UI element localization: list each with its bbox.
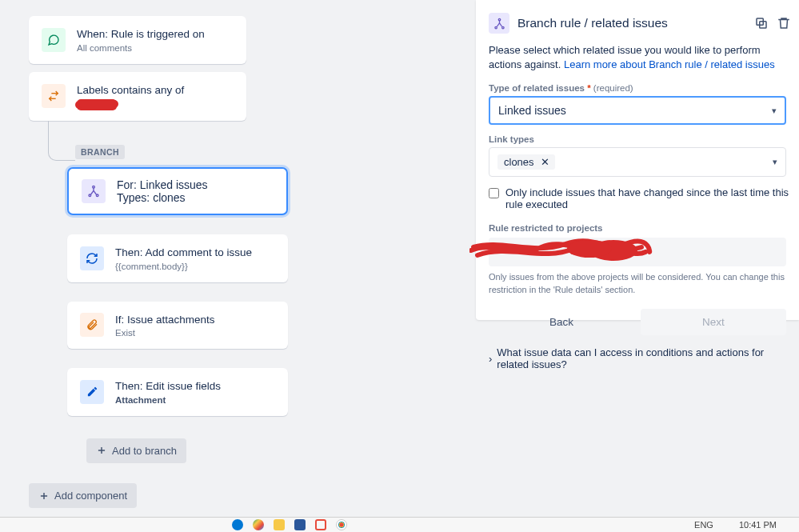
os-taskbar: ENG 10:41 PM [0, 517, 799, 532]
chevron-down-icon: ▾ [773, 157, 777, 167]
step-sub: {{comment.body}} [115, 262, 275, 271]
svg-point-2 [96, 194, 98, 197]
back-button[interactable]: Back [489, 309, 634, 335]
step-sub: Exist [115, 328, 275, 338]
refresh-icon [80, 246, 104, 270]
select-value: Linked issues [498, 104, 566, 117]
chevron-down-icon: ▾ [772, 106, 777, 116]
type-field-label: Type of related issues * (required) [489, 83, 796, 93]
only-changed-label: Only include issues that have changed si… [505, 186, 789, 210]
add-to-branch-button[interactable]: Add to branch [86, 438, 186, 463]
taskbar-apps [232, 519, 347, 530]
data-access-expander[interactable]: › What issue data can I access in condit… [489, 346, 796, 370]
branch-badge: BRANCH [75, 145, 125, 159]
step-if-attachments[interactable]: If: Issue attachments Exist [67, 302, 288, 350]
delete-icon[interactable] [777, 16, 791, 30]
add-to-branch-label: Add to branch [112, 445, 177, 457]
add-component-button[interactable]: Add component [29, 483, 137, 508]
link-types-select[interactable]: clones ✕ ▾ [489, 147, 786, 177]
expander-label: What issue data can I access in conditio… [497, 346, 796, 370]
learn-more-link[interactable]: Learn more about Branch rule / related i… [564, 58, 775, 70]
clock[interactable]: 10:41 PM [739, 520, 777, 530]
svg-point-3 [498, 18, 501, 21]
only-changed-checkbox[interactable] [489, 188, 499, 198]
condition-icon [42, 84, 66, 108]
condition-title: Labels contains any of [77, 83, 234, 98]
step-edit-fields[interactable]: Then: Edit issue fields Attachment [67, 368, 288, 416]
step-title: Then: Add comment to issue [115, 246, 275, 260]
branch-card-title: For: Linked issues [117, 178, 208, 191]
condition-card[interactable]: Labels contains any of [29, 72, 246, 122]
attachment-icon [80, 313, 104, 337]
svg-point-0 [93, 186, 95, 188]
type-of-related-issues-select[interactable]: Linked issues ▾ [489, 96, 786, 125]
trigger-sub: All comments [77, 43, 234, 53]
svg-point-1 [89, 194, 91, 197]
pencil-icon [80, 380, 104, 404]
chip-remove-icon[interactable]: ✕ [537, 156, 553, 168]
copy-icon[interactable] [754, 16, 769, 30]
chevron-right-icon: › [489, 353, 492, 365]
step-title: If: Issue attachments [115, 313, 275, 327]
only-changed-checkbox-row[interactable]: Only include issues that have changed si… [489, 186, 789, 210]
rule-builder-canvas: When: Rule is triggered on All comments … [0, 0, 476, 516]
redacted-label-value [77, 99, 117, 107]
link-types-label: Link types [489, 134, 796, 144]
svg-point-5 [501, 26, 504, 29]
step-sub: Attachment [115, 395, 275, 405]
restricted-label: Rule restricted to projects [489, 223, 796, 233]
redacted-scribble [469, 236, 653, 265]
config-panel: Branch rule / related issues Please sele… [476, 0, 799, 320]
link-type-chip: clones ✕ [497, 154, 555, 170]
step-add-comment[interactable]: Then: Add comment to issue {{comment.bod… [67, 234, 288, 282]
trigger-card[interactable]: When: Rule is triggered on All comments [29, 16, 246, 64]
language-indicator[interactable]: ENG [694, 520, 713, 530]
next-button: Next [641, 309, 786, 335]
restricted-projects-box [489, 238, 786, 266]
branch-icon [82, 179, 106, 203]
add-component-label: Add component [54, 490, 127, 502]
svg-point-4 [494, 26, 497, 29]
trigger-icon [42, 28, 66, 52]
branch-card-selected[interactable]: For: Linked issues Types: clones [67, 167, 288, 215]
restricted-helper: Only issues from the above projects will… [489, 271, 786, 296]
svg-point-9 [567, 240, 612, 258]
panel-description: Please select which related issue you wo… [489, 43, 796, 72]
panel-icon [489, 13, 509, 34]
panel-title: Branch rule / related issues [517, 16, 746, 30]
branch-card-sub: Types: clones [117, 191, 208, 204]
trigger-title: When: Rule is triggered on [77, 27, 234, 42]
step-title: Then: Edit issue fields [115, 379, 275, 394]
